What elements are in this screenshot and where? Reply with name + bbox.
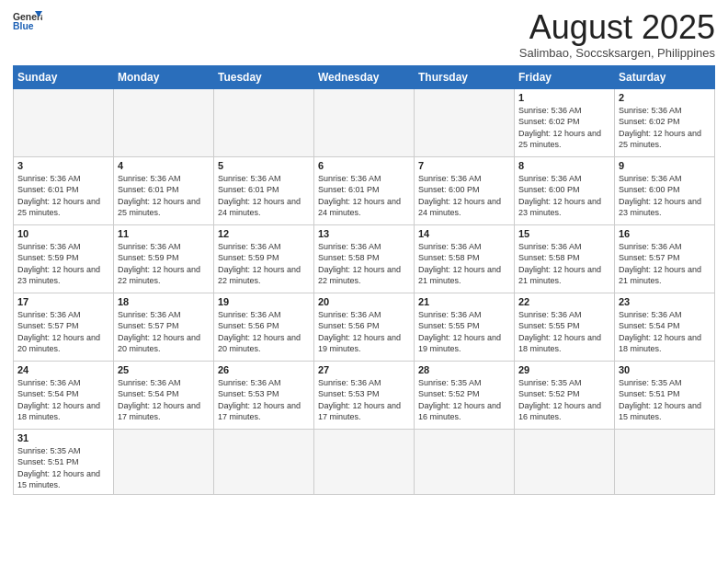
generalblue-logo-icon: General Blue xyxy=(13,9,42,35)
table-row: 29Sunrise: 5:35 AM Sunset: 5:52 PM Dayli… xyxy=(515,361,615,429)
day-info: Sunrise: 5:35 AM Sunset: 5:51 PM Dayligh… xyxy=(619,377,711,423)
col-saturday: Saturday xyxy=(615,65,715,88)
day-number: 11 xyxy=(118,228,210,239)
week-row-1: 3Sunrise: 5:36 AM Sunset: 6:01 PM Daylig… xyxy=(14,156,715,224)
day-info: Sunrise: 5:36 AM Sunset: 5:57 PM Dayligh… xyxy=(17,309,109,355)
table-row: 19Sunrise: 5:36 AM Sunset: 5:56 PM Dayli… xyxy=(214,293,314,361)
table-row xyxy=(314,429,415,494)
table-row: 14Sunrise: 5:36 AM Sunset: 5:58 PM Dayli… xyxy=(415,224,515,293)
table-row: 17Sunrise: 5:36 AM Sunset: 5:57 PM Dayli… xyxy=(14,293,114,361)
day-number: 10 xyxy=(17,228,109,239)
day-info: Sunrise: 5:36 AM Sunset: 5:58 PM Dayligh… xyxy=(418,241,510,287)
week-row-3: 17Sunrise: 5:36 AM Sunset: 5:57 PM Dayli… xyxy=(14,293,715,361)
day-number: 12 xyxy=(218,228,310,239)
day-number: 21 xyxy=(418,296,510,307)
day-number: 22 xyxy=(518,296,610,307)
day-info: Sunrise: 5:36 AM Sunset: 6:02 PM Dayligh… xyxy=(619,105,711,151)
day-number: 8 xyxy=(518,160,610,171)
day-number: 31 xyxy=(17,432,109,443)
table-row xyxy=(314,88,415,156)
week-row-5: 31Sunrise: 5:35 AM Sunset: 5:51 PM Dayli… xyxy=(14,429,715,494)
col-monday: Monday xyxy=(114,65,214,88)
day-info: Sunrise: 5:36 AM Sunset: 5:56 PM Dayligh… xyxy=(218,309,310,355)
day-number: 2 xyxy=(619,92,711,103)
day-number: 9 xyxy=(619,160,711,171)
day-info: Sunrise: 5:36 AM Sunset: 5:54 PM Dayligh… xyxy=(619,309,711,355)
day-info: Sunrise: 5:36 AM Sunset: 5:57 PM Dayligh… xyxy=(619,241,711,287)
day-info: Sunrise: 5:36 AM Sunset: 5:54 PM Dayligh… xyxy=(17,377,109,423)
logo: General Blue xyxy=(13,9,42,35)
calendar-header-row: Sunday Monday Tuesday Wednesday Thursday… xyxy=(14,65,715,88)
table-row: 15Sunrise: 5:36 AM Sunset: 5:58 PM Dayli… xyxy=(515,224,615,293)
day-info: Sunrise: 5:36 AM Sunset: 5:57 PM Dayligh… xyxy=(118,309,210,355)
day-info: Sunrise: 5:35 AM Sunset: 5:51 PM Dayligh… xyxy=(17,445,109,491)
day-info: Sunrise: 5:36 AM Sunset: 6:01 PM Dayligh… xyxy=(118,173,210,219)
table-row: 25Sunrise: 5:36 AM Sunset: 5:54 PM Dayli… xyxy=(114,361,214,429)
col-friday: Friday xyxy=(515,65,615,88)
col-wednesday: Wednesday xyxy=(314,65,415,88)
day-info: Sunrise: 5:36 AM Sunset: 6:01 PM Dayligh… xyxy=(17,173,109,219)
table-row xyxy=(515,429,615,494)
table-row: 16Sunrise: 5:36 AM Sunset: 5:57 PM Dayli… xyxy=(615,224,715,293)
table-row: 30Sunrise: 5:35 AM Sunset: 5:51 PM Dayli… xyxy=(615,361,715,429)
table-row xyxy=(214,88,314,156)
table-row: 2Sunrise: 5:36 AM Sunset: 6:02 PM Daylig… xyxy=(615,88,715,156)
day-info: Sunrise: 5:36 AM Sunset: 6:00 PM Dayligh… xyxy=(418,173,510,219)
table-row: 26Sunrise: 5:36 AM Sunset: 5:53 PM Dayli… xyxy=(214,361,314,429)
svg-text:Blue: Blue xyxy=(13,21,34,31)
day-info: Sunrise: 5:36 AM Sunset: 6:01 PM Dayligh… xyxy=(218,173,310,219)
table-row: 24Sunrise: 5:36 AM Sunset: 5:54 PM Dayli… xyxy=(14,361,114,429)
table-row: 10Sunrise: 5:36 AM Sunset: 5:59 PM Dayli… xyxy=(14,224,114,293)
day-info: Sunrise: 5:35 AM Sunset: 5:52 PM Dayligh… xyxy=(518,377,610,423)
day-number: 15 xyxy=(518,228,610,239)
table-row xyxy=(214,429,314,494)
day-number: 20 xyxy=(318,296,410,307)
day-info: Sunrise: 5:36 AM Sunset: 5:55 PM Dayligh… xyxy=(518,309,610,355)
location-subtitle: Salimbao, Soccsksargen, Philippines xyxy=(519,46,715,60)
day-info: Sunrise: 5:36 AM Sunset: 5:59 PM Dayligh… xyxy=(218,241,310,287)
table-row: 22Sunrise: 5:36 AM Sunset: 5:55 PM Dayli… xyxy=(515,293,615,361)
table-row: 6Sunrise: 5:36 AM Sunset: 6:01 PM Daylig… xyxy=(314,156,415,224)
day-info: Sunrise: 5:35 AM Sunset: 5:52 PM Dayligh… xyxy=(418,377,510,423)
day-info: Sunrise: 5:36 AM Sunset: 5:53 PM Dayligh… xyxy=(318,377,410,423)
day-number: 3 xyxy=(17,160,109,171)
day-info: Sunrise: 5:36 AM Sunset: 6:00 PM Dayligh… xyxy=(619,173,711,219)
day-info: Sunrise: 5:36 AM Sunset: 5:53 PM Dayligh… xyxy=(218,377,310,423)
table-row xyxy=(14,88,114,156)
page: General Blue August 2025 Salimbao, Soccs… xyxy=(0,0,728,504)
table-row: 31Sunrise: 5:35 AM Sunset: 5:51 PM Dayli… xyxy=(14,429,114,494)
week-row-2: 10Sunrise: 5:36 AM Sunset: 5:59 PM Dayli… xyxy=(14,224,715,293)
day-number: 16 xyxy=(619,228,711,239)
day-number: 19 xyxy=(218,296,310,307)
table-row xyxy=(114,88,214,156)
day-number: 27 xyxy=(318,364,410,375)
day-info: Sunrise: 5:36 AM Sunset: 5:55 PM Dayligh… xyxy=(418,309,510,355)
table-row: 4Sunrise: 5:36 AM Sunset: 6:01 PM Daylig… xyxy=(114,156,214,224)
table-row: 3Sunrise: 5:36 AM Sunset: 6:01 PM Daylig… xyxy=(14,156,114,224)
day-number: 29 xyxy=(518,364,610,375)
day-number: 17 xyxy=(17,296,109,307)
day-info: Sunrise: 5:36 AM Sunset: 5:59 PM Dayligh… xyxy=(17,241,109,287)
day-info: Sunrise: 5:36 AM Sunset: 5:59 PM Dayligh… xyxy=(118,241,210,287)
table-row xyxy=(114,429,214,494)
day-number: 28 xyxy=(418,364,510,375)
day-number: 6 xyxy=(318,160,410,171)
day-info: Sunrise: 5:36 AM Sunset: 6:00 PM Dayligh… xyxy=(518,173,610,219)
col-sunday: Sunday xyxy=(14,65,114,88)
day-number: 24 xyxy=(17,364,109,375)
day-info: Sunrise: 5:36 AM Sunset: 5:58 PM Dayligh… xyxy=(518,241,610,287)
table-row: 12Sunrise: 5:36 AM Sunset: 5:59 PM Dayli… xyxy=(214,224,314,293)
table-row xyxy=(615,429,715,494)
table-row: 18Sunrise: 5:36 AM Sunset: 5:57 PM Dayli… xyxy=(114,293,214,361)
table-row xyxy=(415,429,515,494)
day-info: Sunrise: 5:36 AM Sunset: 6:02 PM Dayligh… xyxy=(518,105,610,151)
day-info: Sunrise: 5:36 AM Sunset: 6:01 PM Dayligh… xyxy=(318,173,410,219)
table-row: 7Sunrise: 5:36 AM Sunset: 6:00 PM Daylig… xyxy=(415,156,515,224)
day-number: 30 xyxy=(619,364,711,375)
day-info: Sunrise: 5:36 AM Sunset: 5:56 PM Dayligh… xyxy=(318,309,410,355)
month-year-title: August 2025 xyxy=(519,9,715,46)
day-number: 4 xyxy=(118,160,210,171)
title-block: August 2025 Salimbao, Soccsksargen, Phil… xyxy=(519,9,715,60)
table-row: 9Sunrise: 5:36 AM Sunset: 6:00 PM Daylig… xyxy=(615,156,715,224)
table-row: 21Sunrise: 5:36 AM Sunset: 5:55 PM Dayli… xyxy=(415,293,515,361)
